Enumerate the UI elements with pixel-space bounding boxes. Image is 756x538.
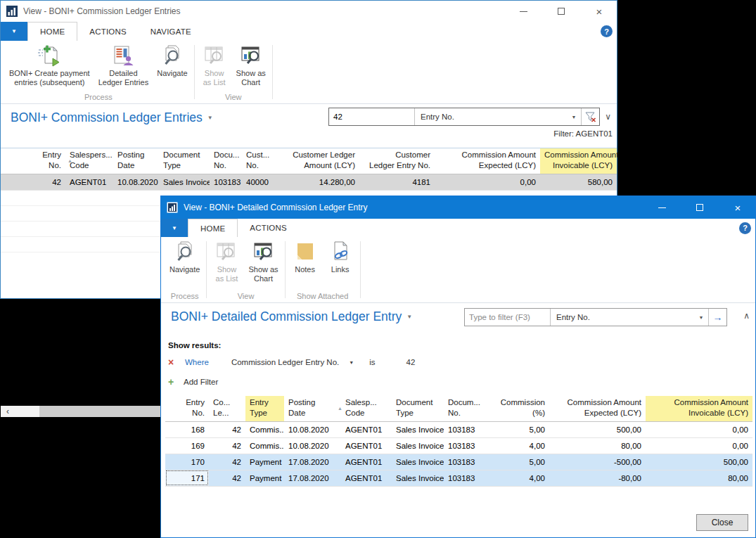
collapse-chevron-icon[interactable]: ∨ [605, 112, 611, 122]
table-cell[interactable]: AGENT01 [341, 470, 392, 486]
filter-field-select[interactable]: Entry No. [415, 108, 567, 125]
navigate-button[interactable]: Navigate [165, 239, 204, 274]
table-cell[interactable]: 17.08.2020 [284, 454, 341, 470]
table-cell[interactable]: 42 [209, 454, 245, 470]
column-header[interactable]: EntryNo. [165, 396, 209, 421]
table-cell[interactable]: -500,00 [549, 454, 646, 470]
table-cell[interactable]: 4181 [359, 174, 435, 190]
column-header[interactable]: Salesp...Code [341, 396, 392, 421]
table-cell[interactable]: 80,00 [549, 437, 646, 454]
table-row-selected[interactable]: 170 42 Payment 17.08.2020 AGENT01 Sales … [165, 454, 752, 470]
notes-button[interactable]: Notes [288, 239, 323, 274]
table-row-selected[interactable]: 42 AGENT01 10.08.2020 Sales Invoice 1031… [1, 174, 617, 190]
table-cell[interactable]: -80,00 [549, 470, 646, 486]
close-window-button[interactable]: × [591, 4, 607, 18]
table-row[interactable]: 169 42 Commis... 10.08.2020 AGENT01 Sale… [165, 437, 752, 454]
help-icon[interactable]: ? [601, 25, 613, 37]
table-row-selected-focused[interactable]: 171 42 Payment 17.08.2020 AGENT01 Sales … [165, 470, 752, 486]
filter-field-name[interactable]: Commission Ledger Entry No. [231, 358, 339, 366]
navigate-button[interactable]: Navigate [153, 43, 191, 78]
table-cell[interactable]: 103183 [210, 174, 242, 190]
tab-home[interactable]: HOME [27, 22, 77, 41]
table-cell[interactable]: 103183 [444, 470, 478, 486]
column-header[interactable]: Commission AmountExpected (LCY) [549, 396, 646, 421]
add-filter-row[interactable]: + Add Filter [168, 376, 755, 388]
table-cell[interactable]: 80,00 [646, 470, 752, 486]
table-cell[interactable]: Payment [245, 454, 284, 470]
table-cell[interactable]: 500,00 [549, 421, 646, 437]
show-as-chart-button[interactable]: Show as Chart [232, 43, 270, 87]
column-header[interactable]: DocumentType [159, 148, 210, 174]
table-cell[interactable]: Sales Invoice [392, 421, 444, 437]
filter-field-caret-icon[interactable]: ▼ [694, 309, 708, 326]
table-cell[interactable]: 4,00 [478, 437, 549, 454]
help-icon[interactable]: ? [739, 222, 751, 234]
column-header[interactable]: DocumentType [392, 396, 444, 421]
table-cell-focused[interactable]: 171 [165, 470, 209, 486]
filter-value-input[interactable]: 42 [329, 108, 415, 125]
table-cell[interactable]: Sales Invoice [159, 174, 210, 190]
application-menu-button[interactable]: ▼ [1, 22, 27, 41]
table-cell[interactable]: 168 [165, 421, 209, 437]
table-cell[interactable]: 0,00 [435, 174, 540, 190]
table-cell[interactable]: Payment [245, 470, 284, 486]
table-cell[interactable]: 580,00 [540, 174, 617, 190]
column-header[interactable]: EntryNo.▲ [1, 148, 65, 174]
column-header-highlighted[interactable]: Commission AmountInvoicable (LCY) [646, 396, 752, 421]
links-button[interactable]: Links [323, 239, 358, 274]
table-cell[interactable]: 17.08.2020 [284, 470, 341, 486]
table-cell[interactable]: 103183 [444, 437, 478, 454]
filter-input[interactable]: Type to filter (F3) [465, 309, 551, 326]
clear-filter-button[interactable] [581, 108, 599, 125]
scroll-left-button[interactable]: ‹ [1, 406, 15, 417]
show-as-chart-button[interactable]: Show as Chart [244, 239, 282, 283]
tab-navigate[interactable]: NAVIGATE [139, 22, 203, 41]
tab-actions[interactable]: ACTIONS [238, 219, 299, 237]
table-cell[interactable]: 10.08.2020 [284, 421, 341, 437]
table-cell[interactable]: 103183 [444, 454, 478, 470]
table-cell[interactable]: AGENT01 [65, 174, 113, 190]
titlebar[interactable]: View - BONI+ Commission Ledger Entries × [1, 1, 617, 22]
titlebar[interactable]: View - BONI+ Detailed Commission Ledger … [161, 196, 755, 219]
filter-field-select[interactable]: Entry No. [551, 309, 694, 326]
column-header[interactable]: Customer LedgerAmount (LCY) [276, 148, 359, 174]
minimize-button[interactable] [654, 200, 669, 214]
table-cell[interactable]: Commis... [245, 421, 284, 437]
table-cell[interactable]: Sales Invoice [392, 470, 444, 486]
table-cell[interactable]: 42 [209, 470, 245, 486]
column-header[interactable]: PostingDate [113, 148, 159, 174]
column-header[interactable]: Cust...No. [242, 148, 276, 174]
table-cell[interactable]: 500,00 [646, 454, 752, 470]
tab-actions[interactable]: ACTIONS [77, 22, 139, 41]
page-title-caret-icon[interactable]: ▼ [406, 314, 412, 320]
table-cell[interactable]: 103183 [444, 421, 478, 437]
column-header[interactable]: Commission(%) [478, 396, 549, 421]
column-header[interactable]: Salespers...Code [65, 148, 113, 174]
table-cell[interactable]: 170 [165, 454, 209, 470]
filter-field-caret-icon[interactable]: ▼ [567, 108, 581, 125]
table-cell[interactable]: 42 [209, 421, 245, 437]
column-header[interactable]: Commission AmountExpected (LCY) [435, 148, 540, 174]
table-cell[interactable]: 10.08.2020 [284, 437, 341, 454]
show-as-list-button[interactable]: Show as List [197, 43, 232, 87]
expand-chevron-icon[interactable]: ∧ [743, 311, 750, 321]
table-cell[interactable]: 5,00 [478, 454, 549, 470]
table-cell[interactable]: 4,00 [478, 470, 549, 486]
table-cell[interactable]: 42 [1, 174, 65, 190]
table-cell[interactable]: AGENT01 [341, 421, 392, 437]
table-cell[interactable]: 0,00 [646, 421, 752, 437]
show-as-list-button[interactable]: Show as List [209, 239, 244, 283]
table-cell[interactable]: AGENT01 [341, 454, 392, 470]
create-payment-entries-button[interactable]: BONI+ Create payment entries (subsequent… [5, 43, 94, 87]
minimize-button[interactable] [515, 4, 531, 18]
detailed-ledger-entries-button[interactable]: Detailed Ledger Entries [94, 43, 153, 87]
page-title-caret-icon[interactable]: ▼ [207, 115, 213, 121]
table-cell[interactable]: Sales Invoice [392, 437, 444, 454]
filter-value[interactable]: 42 [406, 358, 416, 366]
table-row[interactable]: 168 42 Commis... 10.08.2020 AGENT01 Sale… [165, 421, 752, 437]
column-header[interactable]: PostingDate▲ [284, 396, 341, 421]
apply-filter-button[interactable]: → [708, 309, 726, 326]
filter-field-caret-icon[interactable]: ▼ [349, 360, 354, 365]
table-cell[interactable]: Commis... [245, 437, 284, 454]
table-cell[interactable]: 10.08.2020 [113, 174, 159, 190]
